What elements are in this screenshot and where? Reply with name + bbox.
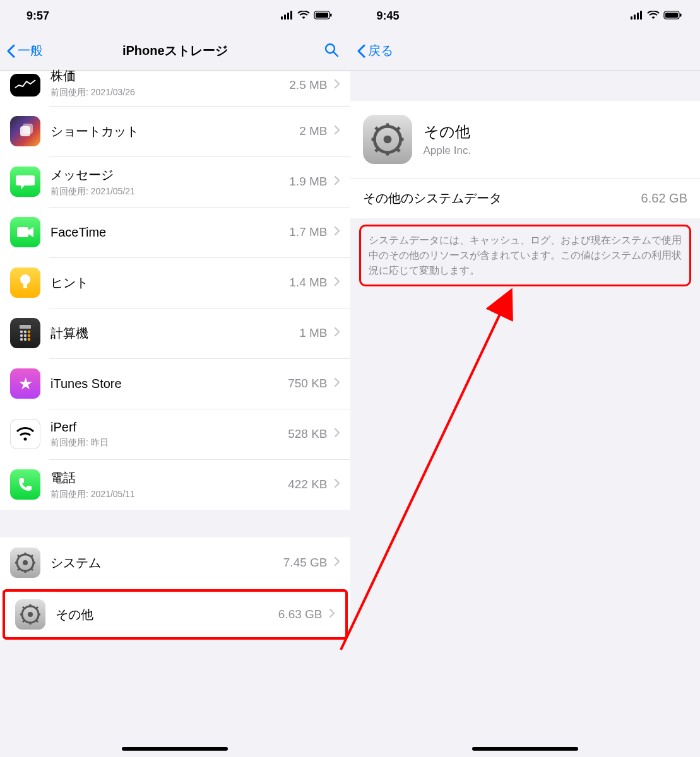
app-name: 計算機 bbox=[50, 325, 299, 342]
app-row-itunes[interactable]: ★ iTunes Store 750 KB bbox=[0, 358, 350, 409]
status-bar: 9:45 bbox=[350, 0, 701, 32]
svg-rect-45 bbox=[631, 16, 632, 20]
gear-icon bbox=[15, 599, 45, 630]
svg-rect-46 bbox=[634, 15, 636, 20]
stocks-icon bbox=[10, 74, 40, 97]
chevron-left-icon bbox=[6, 44, 15, 58]
calculator-icon bbox=[10, 318, 40, 348]
system-name: システム bbox=[50, 555, 283, 572]
detail-title: その他 bbox=[424, 122, 472, 142]
other-name: その他 bbox=[56, 606, 278, 623]
detail-subtitle: Apple Inc. bbox=[424, 144, 472, 157]
page-title: iPhoneストレージ bbox=[122, 42, 228, 59]
svg-point-53 bbox=[383, 136, 391, 144]
system-data-row: その他のシステムデータ 6.62 GB bbox=[350, 178, 701, 218]
system-row[interactable]: システム 7.45 GB bbox=[0, 537, 350, 588]
signal-icon bbox=[631, 9, 643, 23]
svg-point-36 bbox=[28, 612, 33, 617]
svg-point-15 bbox=[20, 331, 23, 333]
battery-icon bbox=[314, 9, 333, 23]
svg-line-61 bbox=[396, 127, 400, 131]
back-label: 一般 bbox=[18, 42, 43, 59]
svg-point-24 bbox=[24, 438, 27, 441]
wifi-icon bbox=[297, 9, 310, 23]
back-button[interactable]: 戻る bbox=[357, 42, 393, 59]
home-indicator[interactable] bbox=[122, 747, 228, 751]
other-row[interactable]: その他 6.63 GB bbox=[3, 589, 348, 640]
chevron-right-icon bbox=[334, 125, 340, 138]
svg-point-20 bbox=[28, 334, 30, 337]
section-gap bbox=[0, 510, 350, 537]
app-lastused: 前回使用: 昨日 bbox=[50, 437, 288, 449]
svg-rect-13 bbox=[23, 285, 27, 288]
svg-point-23 bbox=[28, 338, 30, 341]
app-row-facetime[interactable]: FaceTime 1.7 MB bbox=[0, 207, 350, 257]
right-screen: 9:45 戻る その他 Apple Inc. その他のシステムデータ 6.62 … bbox=[350, 0, 701, 757]
row-text: システム bbox=[50, 555, 283, 572]
app-row-calculator[interactable]: 計算機 1 MB bbox=[0, 308, 350, 358]
chevron-right-icon bbox=[334, 556, 340, 569]
detail-header: その他 Apple Inc. bbox=[350, 101, 701, 178]
row-text: 株価 前回使用: 2021/03/26 bbox=[50, 71, 289, 98]
svg-line-43 bbox=[23, 620, 25, 622]
app-size: 1.7 MB bbox=[289, 225, 327, 239]
row-size: 6.62 GB bbox=[641, 191, 687, 206]
svg-rect-14 bbox=[20, 325, 31, 329]
detail-titles: その他 Apple Inc. bbox=[424, 122, 472, 157]
home-indicator[interactable] bbox=[472, 747, 578, 751]
svg-point-22 bbox=[24, 338, 27, 341]
search-button[interactable] bbox=[324, 42, 339, 60]
row-text: FaceTime bbox=[50, 225, 289, 240]
app-name: 株価 bbox=[50, 67, 289, 85]
svg-point-26 bbox=[23, 560, 28, 565]
row-label: その他のシステムデータ bbox=[363, 190, 502, 207]
app-size: 2 MB bbox=[299, 124, 327, 138]
app-row-shortcuts[interactable]: ショートカット 2 MB bbox=[0, 106, 350, 156]
app-size: 528 KB bbox=[288, 427, 327, 441]
app-row-stocks[interactable]: 株価 前回使用: 2021/03/26 2.5 MB bbox=[0, 71, 350, 106]
svg-line-58 bbox=[375, 127, 378, 131]
app-row-iperf[interactable]: iPerf 前回使用: 昨日 528 KB bbox=[0, 409, 350, 459]
app-size: 2.5 MB bbox=[289, 78, 327, 92]
itunes-icon: ★ bbox=[10, 368, 40, 399]
svg-point-19 bbox=[24, 334, 27, 337]
phone-icon bbox=[10, 469, 40, 500]
back-button[interactable]: 一般 bbox=[6, 42, 43, 59]
system-list: システム 7.45 GB その他 6.63 GB bbox=[0, 537, 350, 640]
svg-rect-2 bbox=[287, 13, 289, 20]
app-name: iPerf bbox=[50, 420, 288, 435]
nav-bar: 一般 iPhoneストレージ bbox=[0, 32, 350, 71]
svg-line-31 bbox=[18, 555, 20, 557]
app-size: 1 MB bbox=[299, 326, 327, 340]
back-label: 戻る bbox=[368, 42, 393, 59]
svg-rect-0 bbox=[281, 16, 283, 20]
svg-rect-1 bbox=[284, 15, 286, 20]
app-lastused: 前回使用: 2021/05/21 bbox=[50, 186, 289, 197]
iperf-icon bbox=[10, 419, 40, 449]
signal-icon bbox=[281, 9, 294, 23]
svg-line-60 bbox=[375, 148, 378, 151]
svg-rect-5 bbox=[316, 13, 328, 18]
app-row-messages[interactable]: メッセージ 前回使用: 2021/05/21 1.9 MB bbox=[0, 156, 350, 207]
row-text: メッセージ 前回使用: 2021/05/21 bbox=[50, 167, 289, 197]
status-indicators bbox=[281, 9, 333, 23]
app-list: 株価 前回使用: 2021/03/26 2.5 MB ショートカット 2 MB … bbox=[0, 71, 350, 510]
status-time: 9:57 bbox=[27, 9, 49, 23]
svg-line-41 bbox=[23, 607, 25, 609]
row-text: iPerf 前回使用: 昨日 bbox=[50, 420, 288, 449]
shortcuts-icon bbox=[10, 116, 40, 146]
svg-line-42 bbox=[36, 620, 38, 622]
row-text: その他 bbox=[56, 606, 278, 623]
app-name: ヒント bbox=[50, 274, 289, 291]
svg-rect-47 bbox=[637, 13, 639, 20]
facetime-icon bbox=[10, 217, 40, 247]
app-size: 750 KB bbox=[288, 377, 327, 390]
svg-rect-50 bbox=[665, 13, 678, 18]
search-icon bbox=[324, 42, 339, 57]
svg-point-16 bbox=[24, 331, 27, 333]
app-row-tips[interactable]: ヒント 1.4 MB bbox=[0, 257, 350, 308]
app-row-phone[interactable]: 電話 前回使用: 2021/05/11 422 KB bbox=[0, 459, 350, 510]
status-time: 9:45 bbox=[377, 9, 400, 23]
svg-point-17 bbox=[28, 331, 30, 333]
svg-rect-51 bbox=[680, 13, 682, 16]
